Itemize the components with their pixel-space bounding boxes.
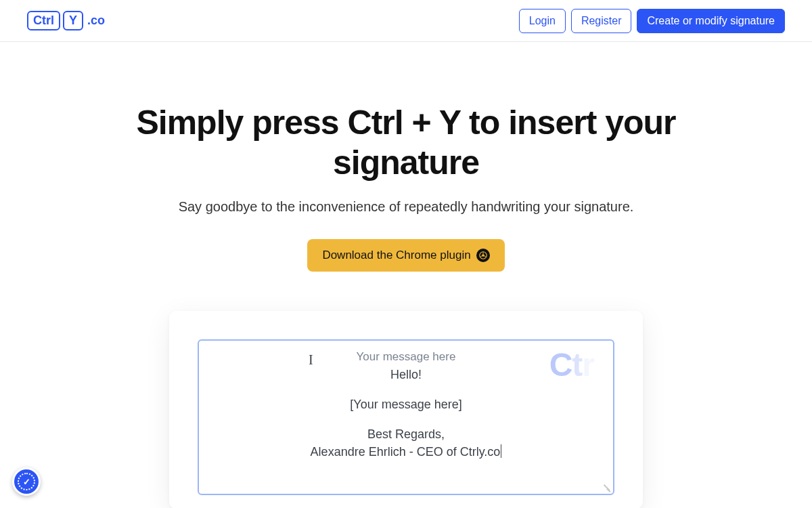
- caret-icon: [501, 444, 501, 458]
- hero: Simply press Ctrl + Y to insert your sig…: [0, 42, 812, 508]
- login-button[interactable]: Login: [519, 9, 566, 33]
- message-editor[interactable]: Ctr I Your message here Hello! [Your mes…: [198, 339, 614, 495]
- accessibility-icon: ✓: [18, 473, 35, 490]
- accessibility-button[interactable]: ✓: [12, 467, 41, 496]
- hero-title: Simply press Ctrl + Y to insert your sig…: [81, 103, 731, 183]
- resize-handle-icon[interactable]: [601, 482, 610, 491]
- text-cursor-icon: I: [309, 352, 313, 368]
- editor-line-regards: Best Regards,: [208, 425, 604, 443]
- editor-line-hello: Hello!: [208, 366, 604, 383]
- register-button[interactable]: Register: [571, 9, 632, 33]
- logo-key-ctrl: Ctrl: [27, 11, 60, 31]
- download-plugin-label: Download the Chrome plugin: [322, 249, 470, 262]
- svg-point-1: [482, 254, 484, 257]
- nav-actions: Login Register Create or modify signatur…: [519, 9, 785, 33]
- editor-line-signature: Alexandre Ehrlich - CEO of Ctrly.co: [208, 443, 604, 461]
- logo[interactable]: Ctrl Y .co: [27, 11, 105, 31]
- top-nav: Ctrl Y .co Login Register Create or modi…: [0, 0, 812, 42]
- create-signature-button[interactable]: Create or modify signature: [637, 9, 785, 33]
- chrome-icon: [476, 249, 490, 262]
- logo-key-y: Y: [63, 11, 83, 31]
- editor-placeholder: Your message here: [208, 349, 604, 366]
- logo-suffix: .co: [87, 14, 105, 28]
- demo-card: Ctr I Your message here Hello! [Your mes…: [169, 311, 643, 508]
- download-plugin-button[interactable]: Download the Chrome plugin: [307, 239, 504, 272]
- hero-subtitle: Say goodbye to the inconvenience of repe…: [0, 199, 812, 215]
- editor-line-body: [Your message here]: [208, 396, 604, 413]
